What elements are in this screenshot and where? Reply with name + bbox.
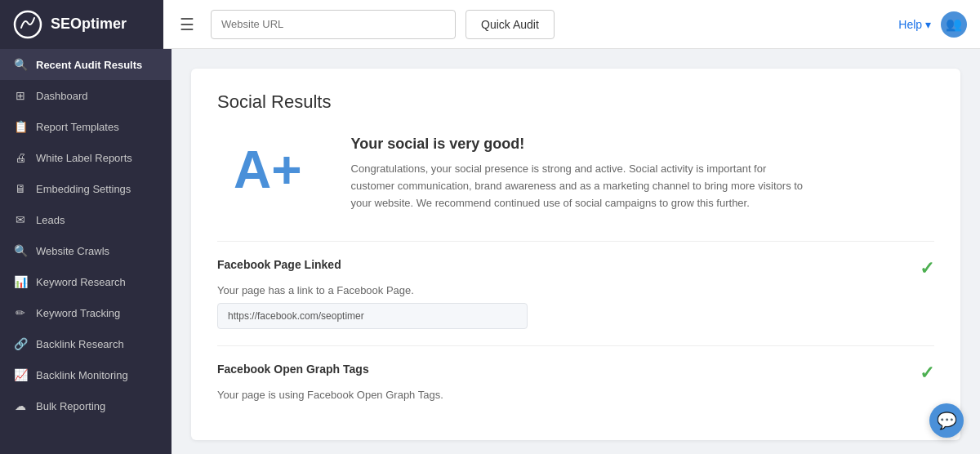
- check-item-facebook-page-linked: Facebook Page Linked ✓ Your page has a l…: [217, 258, 934, 329]
- sidebar-item-keyword-tracking[interactable]: ✏ Keyword Tracking: [0, 297, 172, 328]
- logo-icon: [13, 10, 42, 39]
- sidebar-item-backlink-monitoring[interactable]: 📈 Backlink Monitoring: [0, 359, 172, 390]
- help-button[interactable]: Help ▾: [898, 18, 931, 31]
- users-icon-glyph: 👥: [946, 16, 962, 32]
- logo-text: SEOptimer: [51, 16, 127, 33]
- sidebar-label-leads: Leads: [36, 214, 65, 226]
- page-title: Social Results: [217, 91, 934, 113]
- grade-content: Your social is very good! Congratulation…: [351, 136, 934, 211]
- sidebar-label-embedding-settings: Embedding Settings: [36, 183, 131, 195]
- sidebar-icon-bulk-reporting: ☁: [13, 399, 28, 412]
- social-grade-section: A+ Your social is very good! Congratulat…: [217, 136, 934, 211]
- sidebar-label-keyword-research: Keyword Research: [36, 276, 126, 288]
- svg-point-0: [15, 11, 41, 38]
- sidebar-label-backlink-research: Backlink Research: [36, 338, 124, 350]
- sidebar-icon-website-crawls: 🔍: [13, 244, 28, 257]
- sidebar-item-report-templates[interactable]: 📋 Report Templates: [0, 111, 172, 142]
- header: SEOptimer ☰ Quick Audit Help ▾ 👥: [0, 0, 980, 49]
- main-content: Social Results A+ Your social is very go…: [172, 49, 980, 454]
- logo: SEOptimer: [0, 0, 163, 49]
- check-item-title-facebook-open-graph: Facebook Open Graph Tags: [217, 363, 369, 376]
- quick-audit-button[interactable]: Quick Audit: [466, 10, 555, 39]
- sidebar-item-leads[interactable]: ✉ Leads: [0, 204, 172, 235]
- divider-0: [217, 345, 934, 346]
- checks-container: Facebook Page Linked ✓ Your page has a l…: [217, 258, 934, 401]
- sidebar-icon-backlink-monitoring: 📈: [13, 368, 28, 381]
- hamburger-button[interactable]: ☰: [173, 11, 201, 38]
- header-right: Help ▾ 👥: [898, 11, 967, 38]
- sidebar-item-dashboard[interactable]: ⊞ Dashboard: [0, 80, 172, 111]
- sidebar-icon-white-label-reports: 🖨: [13, 151, 28, 164]
- sidebar-label-keyword-tracking: Keyword Tracking: [36, 307, 120, 319]
- users-icon[interactable]: 👥: [941, 11, 967, 38]
- url-input[interactable]: [211, 10, 456, 39]
- sidebar-icon-embedding-settings: 🖥: [13, 182, 28, 195]
- check-status-facebook-open-graph: ✓: [920, 363, 934, 384]
- sidebar-label-bulk-reporting: Bulk Reporting: [36, 400, 105, 412]
- sidebar-label-dashboard: Dashboard: [36, 90, 88, 102]
- check-item-header-facebook-open-graph: Facebook Open Graph Tags ✓: [217, 363, 934, 384]
- check-item-desc-facebook-open-graph: Your page is using Facebook Open Graph T…: [217, 389, 934, 401]
- url-box-facebook-page-linked: https://facebook.com/seoptimer: [217, 303, 528, 329]
- sidebar-icon-recent-audit-results: 🔍: [13, 58, 28, 71]
- sidebar-item-backlink-research[interactable]: 🔗 Backlink Research: [0, 328, 172, 359]
- sidebar-item-bulk-reporting[interactable]: ☁ Bulk Reporting: [0, 390, 172, 421]
- grade-title: Your social is very good!: [351, 136, 934, 153]
- sidebar-label-website-crawls: Website Crawls: [36, 245, 109, 257]
- check-item-header-facebook-page-linked: Facebook Page Linked ✓: [217, 258, 934, 279]
- sidebar-icon-keyword-tracking: ✏: [13, 306, 28, 319]
- sidebar-label-report-templates: Report Templates: [36, 121, 119, 133]
- sidebar-label-white-label-reports: White Label Reports: [36, 152, 132, 164]
- sidebar-icon-report-templates: 📋: [13, 120, 28, 133]
- sidebar-icon-keyword-research: 📊: [13, 275, 28, 288]
- sidebar-item-embedding-settings[interactable]: 🖥 Embedding Settings: [0, 173, 172, 204]
- check-item-title-facebook-page-linked: Facebook Page Linked: [217, 258, 341, 271]
- sidebar-item-keyword-research[interactable]: 📊 Keyword Research: [0, 266, 172, 297]
- sidebar-icon-dashboard: ⊞: [13, 89, 28, 102]
- sidebar-label-recent-audit-results: Recent Audit Results: [36, 59, 142, 71]
- content-card: Social Results A+ Your social is very go…: [191, 69, 960, 440]
- grade-letter: A+: [217, 136, 318, 204]
- sidebar-icon-leads: ✉: [13, 213, 28, 226]
- check-item-facebook-open-graph: Facebook Open Graph Tags ✓ Your page is …: [217, 363, 934, 401]
- grade-description: Congratulations, your social presence is…: [351, 161, 808, 211]
- sidebar-item-white-label-reports[interactable]: 🖨 White Label Reports: [0, 142, 172, 173]
- sidebar-item-website-crawls[interactable]: 🔍 Website Crawls: [0, 235, 172, 266]
- sidebar: 🔍 Recent Audit Results ⊞ Dashboard 📋 Rep…: [0, 49, 172, 454]
- divider: [217, 241, 934, 242]
- check-item-desc-facebook-page-linked: Your page has a link to a Facebook Page.: [217, 284, 934, 296]
- sidebar-item-recent-audit-results[interactable]: 🔍 Recent Audit Results: [0, 49, 172, 80]
- sidebar-label-backlink-monitoring: Backlink Monitoring: [36, 369, 128, 381]
- check-status-facebook-page-linked: ✓: [920, 258, 934, 279]
- layout: 🔍 Recent Audit Results ⊞ Dashboard 📋 Rep…: [0, 49, 980, 454]
- chat-bubble[interactable]: 💬: [929, 403, 964, 438]
- chat-icon: 💬: [937, 411, 957, 430]
- sidebar-icon-backlink-research: 🔗: [13, 337, 28, 350]
